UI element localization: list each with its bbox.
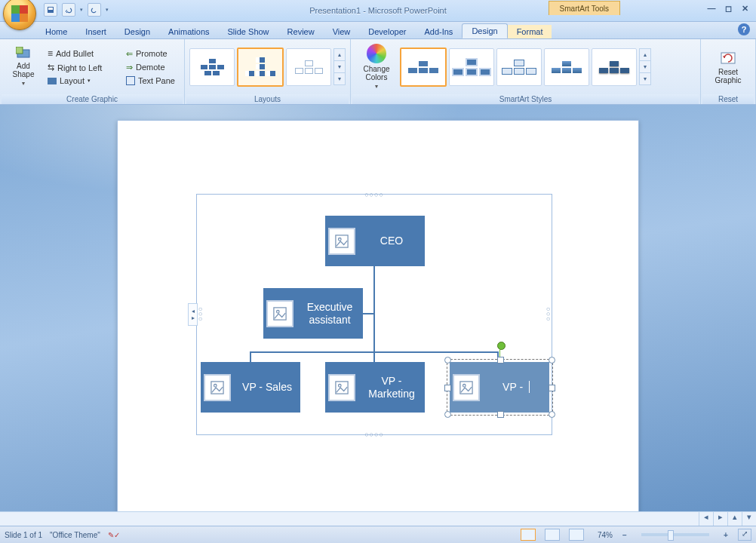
resize-handle[interactable] (497, 357, 504, 364)
promote-icon: ⇐ (126, 49, 133, 59)
zoom-percent[interactable]: 74% (598, 531, 613, 539)
style-option-1[interactable] (400, 48, 447, 87)
picture-placeholder-icon[interactable] (204, 374, 231, 401)
layout-button[interactable]: Layout▾ (44, 75, 128, 87)
style-option-3[interactable] (496, 48, 542, 86)
picture-placeholder-icon[interactable] (266, 300, 293, 327)
color-wheel-icon (367, 44, 386, 63)
restore-button[interactable]: ◻ (721, 3, 735, 14)
node-label: VP - Marketing (358, 375, 425, 399)
redo-icon[interactable] (88, 3, 101, 17)
connector (250, 351, 251, 362)
svg-point-6 (339, 238, 342, 241)
title-bar: ▾ ▾ Presentation1 - Microsoft PowerPoint… (0, 0, 756, 22)
node-selection[interactable] (447, 359, 553, 416)
scroll-up-icon[interactable]: ▴ (640, 49, 650, 61)
change-colors-button[interactable]: Change Colors ▾ (355, 41, 398, 94)
add-bullet-button[interactable]: ≡Add Bullet (44, 47, 128, 60)
node-ceo[interactable]: CEO (325, 216, 425, 266)
slide[interactable]: ○○○○ ○○○○ ○○○ ○○○ ◂▸ CEO (117, 120, 639, 511)
resize-handle[interactable] (444, 385, 451, 391)
status-bar: Slide 1 of 1 "Office Theme" ✎✓ 74% − + ⤢ (0, 526, 756, 543)
rotate-handle[interactable] (497, 342, 506, 350)
theme-name: "Office Theme" (50, 531, 100, 539)
tab-home[interactable]: Home (36, 25, 76, 38)
fit-button[interactable]: ⤢ (738, 529, 751, 541)
tab-design[interactable]: Design (115, 25, 159, 38)
style-option-5[interactable] (592, 48, 637, 86)
layout-option-2[interactable] (237, 48, 284, 87)
group-create-graphic: Add Shape ▾ ≡Add Bullet ⇆Right to Left L… (0, 39, 185, 104)
zoom-out-button[interactable]: − (620, 531, 629, 539)
horizontal-scrollbar[interactable]: ◂ ▸ ▴ ▾ (0, 511, 756, 526)
node-vp-marketing[interactable]: VP - Marketing (325, 362, 425, 413)
group-label: SmartArt Styles (352, 94, 699, 104)
smartart-frame[interactable]: ○○○○ ○○○○ ○○○ ○○○ ◂▸ CEO (196, 194, 552, 435)
ribbon: Add Shape ▾ ≡Add Bullet ⇆Right to Left L… (0, 39, 756, 105)
close-button[interactable]: ✕ (738, 3, 751, 14)
save-icon[interactable] (44, 3, 57, 17)
resize-handle[interactable] (549, 385, 555, 391)
promote-button[interactable]: ⇐Promote (122, 48, 187, 60)
tab-smartart-design[interactable]: Design (462, 23, 507, 38)
styles-scroll[interactable]: ▴▾▾ (639, 48, 651, 85)
tab-addins[interactable]: Add-Ins (415, 25, 462, 38)
style-option-4[interactable] (544, 48, 589, 86)
connector (373, 266, 375, 351)
resize-handle[interactable] (444, 357, 451, 364)
resize-handle[interactable] (444, 411, 451, 418)
zoom-slider-thumb[interactable] (668, 530, 674, 541)
node-exec-assistant[interactable]: Executive assistant (263, 288, 363, 339)
right-to-left-button[interactable]: ⇆Right to Left (44, 61, 128, 74)
prev-slide-icon[interactable]: ▴ (727, 512, 742, 526)
undo-caret-icon[interactable]: ▾ (80, 7, 83, 13)
tab-view[interactable]: View (324, 25, 360, 38)
more-icon[interactable]: ▾ (334, 73, 345, 84)
qat-customize-caret-icon[interactable]: ▾ (106, 7, 109, 13)
minimize-button[interactable]: — (705, 3, 718, 14)
svg-point-8 (277, 310, 280, 313)
view-slideshow-button[interactable] (569, 529, 584, 541)
picture-placeholder-icon[interactable] (328, 228, 355, 255)
svg-point-12 (339, 384, 342, 387)
text-pane-icon (126, 76, 135, 85)
layouts-scroll[interactable]: ▴▾▾ (333, 48, 346, 85)
resize-handle[interactable] (497, 411, 504, 418)
tab-smartart-format[interactable]: Format (508, 25, 552, 38)
tab-developer[interactable]: Developer (359, 25, 415, 38)
text-pane-button[interactable]: Text Pane (122, 75, 187, 87)
help-icon[interactable]: ? (738, 23, 750, 35)
layout-option-1[interactable] (189, 48, 235, 86)
reset-graphic-button[interactable]: Reset Graphic (705, 41, 751, 94)
more-icon[interactable]: ▾ (640, 73, 650, 84)
node-label: VP - Sales (234, 381, 300, 393)
demote-button[interactable]: ⇒Demote (122, 61, 187, 74)
add-shape-button[interactable]: Add Shape ▾ (5, 41, 42, 94)
next-slide-icon[interactable]: ▾ (742, 512, 756, 526)
tab-insert[interactable]: Insert (76, 25, 115, 38)
spell-check-icon[interactable]: ✎✓ (108, 531, 120, 539)
scroll-down-icon[interactable]: ▾ (334, 61, 345, 73)
view-sorter-button[interactable] (545, 529, 560, 541)
layout-option-3[interactable] (286, 48, 331, 86)
tab-review[interactable]: Review (278, 25, 324, 38)
tab-animations[interactable]: Animations (159, 25, 218, 38)
scroll-left-icon[interactable]: ◂ (699, 512, 713, 526)
node-vp-sales[interactable]: VP - Sales (201, 362, 300, 413)
picture-placeholder-icon[interactable] (328, 374, 355, 401)
zoom-in-button[interactable]: + (721, 531, 730, 539)
scroll-down-icon[interactable]: ▾ (640, 61, 650, 73)
layout-icon (48, 78, 57, 84)
style-option-2[interactable] (449, 48, 494, 86)
tab-slideshow[interactable]: Slide Show (219, 25, 278, 38)
demote-icon: ⇒ (126, 63, 133, 72)
svg-rect-3 (16, 47, 23, 54)
resize-handle[interactable] (549, 411, 555, 418)
resize-handle[interactable] (549, 357, 555, 364)
scroll-right-icon[interactable]: ▸ (713, 512, 727, 526)
scroll-up-icon[interactable]: ▴ (334, 49, 345, 61)
zoom-slider[interactable] (641, 533, 709, 536)
slide-canvas[interactable]: ○○○○ ○○○○ ○○○ ○○○ ◂▸ CEO (0, 105, 756, 511)
undo-icon[interactable] (62, 3, 75, 17)
view-normal-button[interactable] (521, 529, 536, 541)
